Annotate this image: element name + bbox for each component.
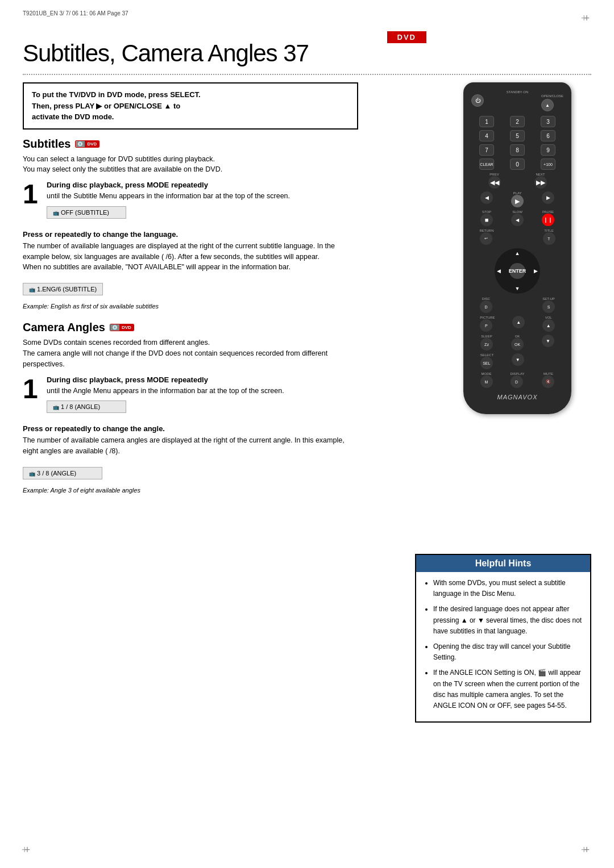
vol-label: VOL [542,316,555,319]
play-label: PLAY [511,191,524,195]
subtitle-display2: 📺 1.ENG/6 (SUBTITLE) [23,283,103,295]
play-row: ◀ PLAY ▶ ▶ [471,191,563,207]
camera-angles-body: Some DVDs contain scenes recorded from d… [23,337,358,369]
crosshair-top-right: + [581,12,592,24]
return-button[interactable]: ↩ [480,232,492,245]
ok-button[interactable]: OK [511,338,524,350]
ch-up-button[interactable]: ▲ [512,316,525,328]
display-button[interactable]: D [511,375,523,388]
camera-step1-content: During disc playback, press MODE repeate… [47,375,358,418]
stop-label: STOP [480,210,493,214]
sleep-label: SLEEP [480,335,493,338]
pause-button[interactable]: ❙❙ [542,214,554,226]
slow-button[interactable]: ◀ [511,214,524,226]
pause-label: PAUSE [542,210,554,214]
play-button[interactable]: ▶ [511,195,524,207]
dvd-text2: DVD [119,324,134,331]
num8-button[interactable]: 8 [510,144,525,156]
remote-top-row: ⏻ OPEN/CLOSE ▲ [471,94,563,111]
num0-button[interactable]: 0 [510,158,525,170]
angle-example-caption: Example: Angle 3 of eight available angl… [23,486,358,495]
disc-icon2: 💿 [110,324,119,331]
select-button[interactable]: SEL [480,357,493,369]
hint-item-2: If the desired language does not appear … [433,604,582,637]
camera-step1: 1 During disc playback, press MODE repea… [23,375,358,418]
subtitle-example-caption: Example: English as first of six availab… [23,302,358,311]
prev-button[interactable]: ◀◀ [488,176,501,189]
subtitle-press-line: Press or repeatedly to change the langua… [23,230,358,239]
num1-button[interactable]: 1 [479,116,494,127]
num6-button[interactable]: 6 [541,130,555,141]
ff-button[interactable]: ▶ [542,191,554,204]
camera-angles-label: Camera Angles [23,321,105,334]
helpful-hints-box: Helpful Hints With some DVDs, you must s… [415,554,591,723]
nav-up-button[interactable]: ▲ [515,251,520,256]
subtitles-label: Subtitles [23,137,70,151]
setup-label: SET-UP [542,297,555,301]
num3-button[interactable]: 3 [541,116,555,127]
open-close-button[interactable]: ▲ [541,99,554,111]
angle-display2: 📺 3 / 8 (ANGLE) [23,467,102,479]
ch-dn-row: SELECT SEL ▼ [471,353,563,369]
picture-label: PICTURE [480,316,495,319]
num9-button[interactable]: 9 [541,144,555,156]
vol-dn-button[interactable]: ▼ [542,335,554,347]
camera-step-number: 1 [23,375,41,418]
crosshair-bottom-right: + [581,844,592,856]
num4-button[interactable]: 4 [479,130,494,141]
mode-display-mute-row: MODE M DISPLAY D MUTE 🔇 [471,372,563,388]
step1-content: During disc playback, press MODE repeate… [47,181,358,223]
return-title-row: RETURN ↩ TITLE T [471,229,563,245]
camera-step1-title: During disc playback, press MODE repeate… [47,375,358,384]
stop-row: STOP ■ SLOW ◀ PAUSE ❙❙ [471,210,563,226]
standby-label: STANDBY·ON [471,90,563,94]
sleep-button[interactable]: Zz [480,338,493,350]
intro-text: To put the TV/DVD in DVD mode, press SEL… [32,90,201,121]
disc-label: DISC [480,297,492,301]
camera-angles-heading: Camera Angles 💿 DVD [23,321,358,334]
num-row-3: 7 8 9 [471,144,563,156]
helpful-hints-header: Helpful Hints [416,555,590,572]
nav-group: ▲ ▼ ◀ ▶ ENTER [495,248,540,294]
num5-button[interactable]: 5 [510,130,525,141]
nav-right-button[interactable]: ▶ [534,268,538,274]
num-row-4: CLEAR 0 +100 [471,158,563,170]
page-title: Subtitles, Camera Angles 37 [23,40,309,67]
stop-button[interactable]: ■ [480,214,493,226]
rewind-button[interactable]: ◀ [480,191,493,204]
subtitle-display2-wrap: 📺 1.ENG/6 (SUBTITLE) Example: English as… [23,278,358,311]
ok-label: OK [511,335,524,338]
remote-control: STANDBY·ON ⏻ OPEN/CLOSE ▲ 1 2 3 4 5 6 7 … [463,82,571,414]
num7-button[interactable]: 7 [479,144,494,156]
ch-dn-button[interactable]: ▼ [512,353,524,366]
clear-button[interactable]: CLEAR [479,158,494,170]
subtitles-heading: Subtitles 💿 DVD [23,137,358,151]
hints-list: With some DVDs, you must select a subtit… [424,578,582,711]
enter-button[interactable]: ENTER [509,263,525,279]
helpful-hints-body: With some DVDs, you must select a subtit… [416,572,590,721]
num2-button[interactable]: 2 [510,116,525,127]
mode-button[interactable]: M [480,375,493,388]
nav-left-button[interactable]: ◀ [497,268,501,274]
page-meta: T9201UB_EN 3/ 7/ 06 11: 06 AM Page 37 [23,10,128,16]
mute-button[interactable]: 🔇 [542,375,554,388]
setup-button[interactable]: S [542,301,555,313]
vol-up-button[interactable]: ▲ [542,319,555,332]
next-button[interactable]: ▶▶ [534,176,547,189]
picture-button[interactable]: P [480,319,492,332]
camera-step1-desc: until the Angle Menu appears in the info… [47,386,358,397]
title-label: TITLE [543,229,555,232]
pict-vol-row: PICTURE P ▲ VOL ▲ [471,316,563,332]
return-label: RETURN [480,229,494,232]
plus100-button[interactable]: +100 [541,158,555,170]
disc-setup-row: DISC D SET-UP S [471,297,563,313]
nav-down-button[interactable]: ▼ [515,286,520,291]
angle-display2-wrap: 📺 3 / 8 (ANGLE) Example: Angle 3 of eigh… [23,462,358,495]
angle-display1: 📺 1 / 8 (ANGLE) [47,400,126,413]
step-number-1: 1 [23,181,41,223]
camera-dvd-badge: 💿 DVD [110,324,134,331]
disc-button[interactable]: D [480,301,492,313]
power-button[interactable]: ⏻ [471,94,484,107]
subtitle-display1: 📺 OFF (SUBTITLE) [47,206,126,219]
title-button[interactable]: T [543,232,555,245]
